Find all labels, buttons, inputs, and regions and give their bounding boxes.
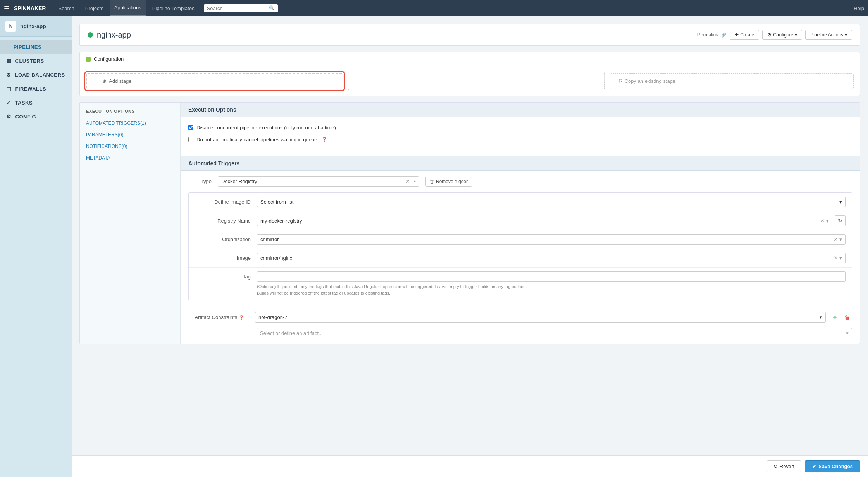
type-value: Docker Registry [221,178,257,184]
sidebar-item-pipelines[interactable]: ≡ PIPELINES [0,40,72,54]
sidebar-nav: ≡ PIPELINES ▦ CLUSTERS ⊗ LOAD BALANCERS … [0,37,72,127]
automated-triggers-header: Automated Triggers [181,156,860,171]
brand-logo: SPINNAKER [14,5,46,11]
sidebar-item-firewalls[interactable]: ◫ FIREWALLS [0,82,72,96]
sidebar-label-config: CONFIG [16,114,36,120]
sidebar-item-clusters[interactable]: ▦ CLUSTERS [0,54,72,68]
save-changes-button[interactable]: ✔ Save Changes [805,460,860,472]
execution-options-header: Execution Options [181,103,860,117]
menu-metadata[interactable]: METADATA [80,152,180,164]
disable-concurrent-row: Disable concurrent pipeline executions (… [188,125,852,130]
copy-stage-button[interactable]: ⎘ Copy an existing stage [610,73,854,89]
remove-trigger-button[interactable]: 🗑 Remove trigger [425,177,472,187]
configure-chevron-icon: ▾ [795,32,797,38]
app-header: N nginx-app [0,16,72,37]
config-dot [86,57,91,62]
help-link[interactable]: Help [854,5,864,11]
artifact-actions: ✏ 🗑 [830,312,852,323]
trash-icon: 🗑 [430,179,434,184]
nav-projects[interactable]: Projects [81,0,108,16]
disable-concurrent-checkbox[interactable] [188,125,193,130]
pipeline-actions-button[interactable]: Pipeline Actions ▾ [805,30,852,40]
app-name: nginx-app [20,23,46,29]
no-cancel-checkbox[interactable] [188,137,193,142]
type-clear-icon[interactable]: ✕ [406,178,410,184]
image-row: Image cnmirror/nginx ✕ ▾ [189,249,852,268]
content-area: EXECUTION OPTIONS AUTOMATED TRIGGERS(1) … [79,102,860,344]
menu-parameters[interactable]: PARAMETERS(0) [80,129,180,141]
clusters-icon: ▦ [6,58,12,64]
nav-pipeline-templates[interactable]: Pipeline Templates [148,0,199,16]
global-search-input[interactable] [207,5,269,11]
sidebar-label-tasks: TASKS [15,100,33,106]
sidebar: N nginx-app ≡ PIPELINES ▦ CLUSTERS ⊗ LOA… [0,16,72,477]
artifact-chevron-icon: ▾ [820,314,822,320]
permalink-link[interactable]: Permalink [698,32,718,38]
artifact-define-row: Select or define an artifact... ▾ [181,328,860,344]
artifact-delete-button[interactable]: 🗑 [842,312,852,323]
organization-value: cnmirror [260,237,279,242]
menu-automated-triggers[interactable]: AUTOMATED TRIGGERS(1) [80,117,180,129]
registry-name-row: Registry Name my-docker-registry ✕ ▾ [189,211,852,230]
config-icon: ⚙ [6,113,12,120]
execution-options-title: EXECUTION OPTIONS [80,109,180,117]
no-cancel-label: Do not automatically cancel pipelines wa… [196,137,319,142]
refresh-icon: ↻ [838,218,842,224]
global-search-box[interactable]: 🔍 [204,4,278,12]
plus-circle-icon: ⊕ [102,78,107,84]
revert-icon: ↺ [773,463,778,469]
sidebar-item-tasks[interactable]: ✓ TASKS [0,96,72,110]
sidebar-label-load-balancers: LOAD BALANCERS [15,72,65,78]
plus-icon: ✚ [735,32,739,38]
page-title: nginx-app [97,31,131,39]
type-label: Type [188,178,212,184]
revert-button[interactable]: ↺ Revert [767,460,801,472]
load-balancers-icon: ⊗ [6,72,11,78]
organization-select[interactable]: cnmirror ✕ ▾ [257,234,846,245]
organization-row: Organization cnmirror ✕ ▾ [189,230,852,249]
artifact-edit-button[interactable]: ✏ [830,312,840,323]
org-chevron-icon: ▾ [839,237,842,242]
tag-row: Tag (Optional) If specified, only the ta… [189,268,852,300]
registry-clear-icon[interactable]: ✕ [820,218,825,224]
config-bar: Configuration [80,52,860,66]
stage-area: ⊕ Add stage ⎘ Copy an existing stage [80,66,860,96]
registry-name-value: my-docker-registry [260,218,302,224]
org-clear-icon[interactable]: ✕ [834,237,838,242]
menu-notifications[interactable]: NOTIFICATIONS(0) [80,141,180,152]
no-cancel-help-icon[interactable]: ❓ [322,137,327,142]
sidebar-item-load-balancers[interactable]: ⊗ LOAD BALANCERS [0,68,72,82]
type-chevron-icon: ▾ [414,179,416,184]
artifact-select[interactable]: hot-dragon-7 ▾ [255,312,826,323]
right-panel: Execution Options Disable concurrent pip… [181,103,860,344]
image-value: cnmirror/nginx [260,255,292,261]
search-icon: 🔍 [269,5,275,11]
header-actions: Permalink 🔗 ✚ Create ⚙ Configure ▾ Pipel… [698,30,852,40]
no-cancel-row: Do not automatically cancel pipelines wa… [188,137,852,142]
artifact-help-icon[interactable]: ❓ [239,315,244,320]
image-label: Image [195,255,257,261]
define-image-id-select[interactable]: Select from list ▾ [257,197,846,207]
sidebar-label-clusters: CLUSTERS [16,58,44,64]
add-stage-button[interactable]: ⊕ Add stage [86,73,343,89]
image-clear-icon[interactable]: ✕ [834,255,838,261]
create-button[interactable]: ✚ Create [730,30,759,40]
type-select[interactable]: Docker Registry ✕ ▾ [218,176,419,187]
execution-options-form: Disable concurrent pipeline executions (… [181,117,860,156]
nav-applications[interactable]: Applications [110,0,146,16]
tag-label: Tag [195,271,257,280]
triggers-section: Type Docker Registry ✕ ▾ 🗑 Remove trigge… [181,171,860,344]
configure-button[interactable]: ⚙ Configure ▾ [762,30,802,40]
registry-refresh-button[interactable]: ↻ [835,215,846,226]
nav-search[interactable]: Search [53,0,79,16]
image-select[interactable]: cnmirror/nginx ✕ ▾ [257,253,846,263]
artifact-define-select[interactable]: Select or define an artifact... ▾ [257,328,852,338]
sidebar-label-firewalls: FIREWALLS [16,86,46,92]
registry-name-label: Registry Name [195,218,257,224]
hamburger-icon[interactable]: ☰ [4,5,9,12]
tag-input[interactable] [257,271,846,282]
sidebar-item-config[interactable]: ⚙ CONFIG [0,110,72,124]
registry-name-select[interactable]: my-docker-registry ✕ ▾ [257,216,832,226]
tag-hint: (Optional) If specified, only the tags t… [257,283,846,296]
trigger-inner-form: Define Image ID Select from list ▾ Regis… [188,192,852,300]
